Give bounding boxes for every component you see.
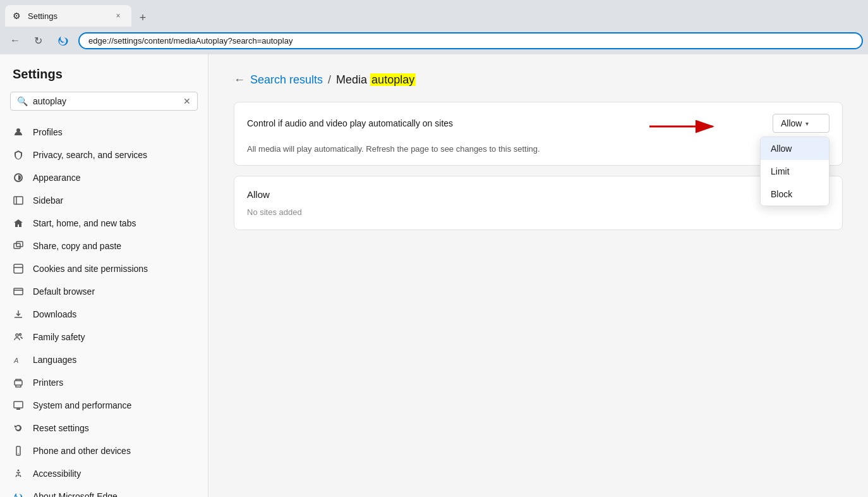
phone-icon [13, 445, 24, 457]
address-bar[interactable]: edge://settings/content/mediaAutoplay?se… [78, 32, 863, 49]
family-safety-icon [13, 331, 24, 343]
svg-rect-5 [16, 242, 23, 247]
breadcrumb-back-button[interactable]: ← [234, 73, 245, 87]
sidebar-item-languages[interactable]: A Languages [0, 348, 208, 371]
sidebar-item-cookies[interactable]: Cookies and site permissions [0, 257, 208, 280]
sidebar-item-label: Cookies and site permissions [33, 264, 148, 274]
breadcrumb-current: Media autoplay [336, 73, 416, 87]
privacy-icon [13, 149, 24, 161]
dropdown-option-block[interactable]: Block [761, 183, 829, 206]
sidebar-item-label: System and performance [33, 400, 131, 410]
about-edge-icon [13, 491, 24, 497]
start-home-icon [13, 218, 24, 229]
downloads-icon [13, 309, 24, 320]
card-description: All media will play automatically. Refre… [234, 144, 842, 165]
svg-rect-2 [14, 197, 23, 204]
search-input[interactable] [33, 96, 178, 106]
sidebar: Settings 🔍 ✕ Profiles Privacy, search, a… [0, 54, 208, 497]
nav-bar: ← ↻ edge://settings/content/mediaAutopla… [0, 27, 868, 54]
dropdown-current-value: Allow [781, 118, 802, 128]
sidebar-item-share-copy[interactable]: Share, copy and paste [0, 235, 208, 257]
sidebar-item-profiles[interactable]: Profiles [0, 121, 208, 144]
profiles-icon [13, 126, 24, 138]
breadcrumb-text-before: Media [336, 73, 370, 86]
svg-text:A: A [13, 357, 18, 364]
search-icon: 🔍 [17, 96, 28, 106]
refresh-button[interactable]: ↻ [28, 30, 48, 51]
printers-icon [13, 377, 24, 388]
new-tab-button[interactable]: + [134, 9, 152, 27]
svg-rect-13 [15, 381, 22, 385]
dropdown-option-limit[interactable]: Limit [761, 160, 829, 183]
search-box[interactable]: 🔍 ✕ [10, 92, 198, 111]
tab-close-button[interactable]: × [112, 10, 124, 21]
sidebar-item-label: Start, home, and new tabs [33, 218, 136, 228]
sidebar-item-label: Default browser [33, 286, 95, 297]
reset-icon [13, 422, 24, 434]
search-clear-button[interactable]: ✕ [183, 96, 191, 106]
sidebar-item-label: Languages [33, 355, 76, 365]
sidebar-navigation: Profiles Privacy, search, and services A… [0, 121, 208, 497]
sidebar-item-system[interactable]: System and performance [0, 394, 208, 417]
main-content: ← Search results / Media autoplay Contro… [208, 54, 868, 497]
sidebar-item-family-safety[interactable]: Family safety [0, 326, 208, 348]
card-header: Control if audio and video play automati… [234, 102, 842, 144]
sidebar-item-label: Family safety [33, 332, 85, 342]
sidebar-item-sidebar[interactable]: Sidebar [0, 189, 208, 212]
sidebar-item-accessibility[interactable]: Accessibility [0, 462, 208, 485]
sidebar-item-privacy[interactable]: Privacy, search, and services [0, 144, 208, 166]
tab-settings-icon: ⚙ [13, 11, 23, 21]
tab-bar: ⚙ Settings × + [0, 0, 868, 27]
appearance-icon [13, 172, 24, 183]
sidebar-item-start-home[interactable]: Start, home, and new tabs [0, 212, 208, 235]
chevron-down-icon: ▾ [805, 120, 809, 127]
sidebar-item-appearance[interactable]: Appearance [0, 166, 208, 189]
card-title-text: Control if audio and video play automati… [247, 118, 765, 128]
dropdown-option-allow[interactable]: Allow [761, 137, 829, 160]
no-sites-text: No sites added [247, 207, 829, 217]
sidebar-item-label: Sidebar [33, 195, 63, 206]
sidebar-item-label: Downloads [33, 309, 76, 319]
address-text: edge://settings/content/mediaAutoplay?se… [88, 36, 292, 46]
sidebar-item-printers[interactable]: Printers [0, 371, 208, 394]
system-icon [13, 400, 24, 411]
autoplay-dropdown-menu: Allow Limit Block [760, 137, 829, 206]
breadcrumb-highlight: autoplay [370, 73, 416, 86]
autoplay-dropdown-trigger[interactable]: Allow ▾ [773, 114, 829, 133]
sidebar-item-reset[interactable]: Reset settings [0, 417, 208, 439]
allow-section-title: Allow [247, 189, 829, 200]
sidebar-item-phone[interactable]: Phone and other devices [0, 439, 208, 462]
cookies-icon [13, 263, 24, 274]
tab-title: Settings [28, 11, 107, 21]
breadcrumb-search-results-link[interactable]: Search results [250, 73, 323, 87]
svg-point-10 [16, 334, 18, 336]
svg-rect-8 [14, 288, 23, 295]
default-browser-icon [13, 286, 24, 297]
sidebar-item-label: Printers [33, 377, 63, 388]
sidebar-item-label: Reset settings [33, 423, 89, 433]
sidebar-item-label: Share, copy and paste [33, 241, 121, 251]
sidebar-item-default-browser[interactable]: Default browser [0, 280, 208, 303]
sidebar-item-about[interactable]: About Microsoft Edge [0, 485, 208, 497]
sidebar-item-downloads[interactable]: Downloads [0, 303, 208, 326]
browser-chrome: ⚙ Settings × + ← ↻ edge://settings/conte… [0, 0, 868, 54]
autoplay-settings-card: Control if audio and video play automati… [234, 102, 843, 166]
sidebar-title: Settings [0, 67, 208, 92]
app-container: Settings 🔍 ✕ Profiles Privacy, search, a… [0, 54, 868, 497]
accessibility-icon [13, 468, 24, 479]
allow-section: Allow No sites added [234, 176, 843, 230]
sidebar-item-label: Privacy, search, and services [33, 150, 147, 160]
sidebar-item-label: About Microsoft Edge [33, 491, 118, 497]
sidebar-item-label: Appearance [33, 173, 81, 183]
breadcrumb: ← Search results / Media autoplay [234, 73, 843, 87]
svg-rect-6 [14, 264, 23, 273]
settings-tab[interactable]: ⚙ Settings × [5, 5, 131, 27]
svg-point-11 [20, 334, 21, 336]
sidebar-item-label: Phone and other devices [33, 446, 131, 456]
sidebar-item-label: Profiles [33, 127, 63, 137]
share-icon [13, 240, 24, 252]
back-button[interactable]: ← [5, 30, 25, 51]
sidebar-item-label: Accessibility [33, 469, 81, 479]
edge-logo [53, 30, 73, 51]
breadcrumb-separator: / [328, 73, 331, 87]
